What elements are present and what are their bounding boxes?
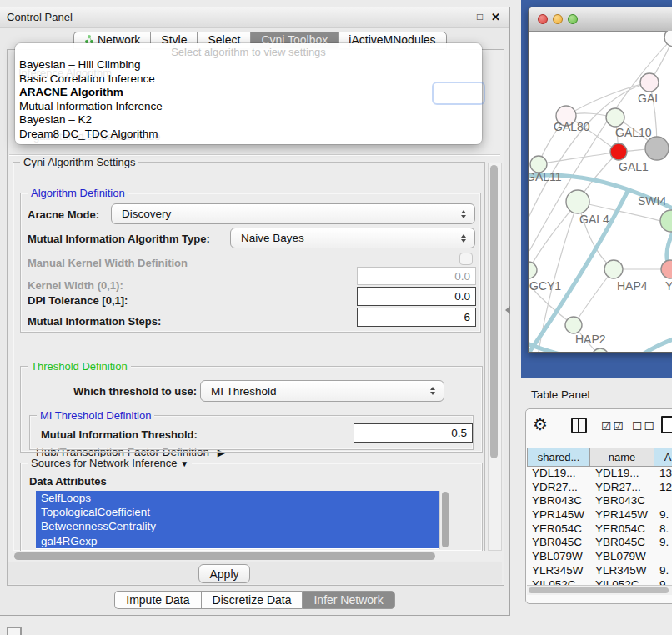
column-header[interactable]: A xyxy=(654,448,672,467)
bottom-tab-impute-data[interactable]: Impute Data xyxy=(114,591,200,609)
network-edge[interactable] xyxy=(529,202,578,270)
table-cell: YBR043C xyxy=(590,494,654,508)
table-cell: YLR345W xyxy=(527,564,590,578)
table-row[interactable]: YLR345WYLR345W9. xyxy=(527,564,672,578)
mi-threshold-field[interactable]: 0.5 xyxy=(354,423,473,442)
split-columns-icon[interactable] xyxy=(571,418,587,433)
table-cell: YER054C xyxy=(590,522,654,537)
network-node[interactable] xyxy=(664,31,672,47)
bottom-tab-bar: Impute DataDiscretize DataInfer Network xyxy=(0,591,509,609)
attribute-item[interactable]: BetweennessCentrality xyxy=(36,519,451,533)
table-cell: YDR27... xyxy=(590,481,654,495)
table-cell: YBL079W xyxy=(590,550,654,564)
network-node[interactable] xyxy=(645,137,669,160)
table-horizontal-scrollbar[interactable] xyxy=(527,585,672,595)
table-row[interactable]: YBL079WYBL079W xyxy=(527,550,672,564)
algorithm-option[interactable]: Basic Correlation Inference xyxy=(15,72,482,87)
table-row[interactable]: YBR043CYBR043C xyxy=(527,494,672,508)
node-label: SWI4 xyxy=(638,194,666,208)
cyni-algorithm-settings-group: Cyni Algorithm Settings Algorithm Defini… xyxy=(13,162,485,552)
scrollbar-thumb[interactable] xyxy=(490,165,498,458)
attribute-item[interactable]: gal4RGexp xyxy=(36,534,451,548)
attribute-item[interactable]: TopologicalCoefficient xyxy=(36,505,451,519)
settings-horizontal-scrollbar[interactable] xyxy=(13,551,500,561)
minimize-window-icon[interactable] xyxy=(553,14,563,24)
attribute-item[interactable]: SelfLoops xyxy=(36,491,451,505)
manual-kernel-checkbox[interactable] xyxy=(459,252,473,265)
table-row[interactable]: YDR27...YDR27...12 xyxy=(527,481,672,495)
data-attributes-label: Data Attributes xyxy=(29,475,107,488)
table-cell: YDL19... xyxy=(590,467,654,481)
table-cell: YBR045C xyxy=(590,536,654,550)
mi-steps-field[interactable]: 6 xyxy=(357,308,476,327)
table-row[interactable]: YPR145WYPR145W9. xyxy=(527,508,672,522)
network-edge[interactable] xyxy=(566,82,649,116)
aracne-mode-value: Discovery xyxy=(122,208,171,220)
network-edge[interactable] xyxy=(643,338,672,352)
apply-button[interactable]: Apply xyxy=(198,564,250,583)
algorithm-option[interactable]: ARACNE Algorithm xyxy=(15,86,482,100)
data-attributes-list[interactable]: SelfLoopsTopologicalCoefficientBetweenne… xyxy=(36,491,451,549)
network-node[interactable] xyxy=(592,348,609,352)
panel-collapse-arrow-icon[interactable] xyxy=(505,306,510,314)
table-cell: YDL19... xyxy=(527,467,590,481)
gear-icon[interactable]: ⚙ xyxy=(533,414,548,434)
network-node-hap2[interactable] xyxy=(565,317,582,333)
mi-threshold-label: Mutual Information Threshold: xyxy=(41,428,198,441)
network-view-window[interactable]: GALGAL80GAL10GAL1GAL11GAL4SWI4GCY1HAP4YH… xyxy=(528,7,672,352)
spinner-icon xyxy=(461,234,466,242)
collapse-down-icon[interactable]: ▼ xyxy=(180,459,188,468)
node-label: GAL1 xyxy=(619,160,649,173)
network-node-hap4[interactable] xyxy=(604,260,623,278)
kernel-width-field[interactable]: 0.0 xyxy=(357,267,476,285)
node-label: GAL80 xyxy=(554,120,590,133)
minimized-panel-icon[interactable] xyxy=(7,627,22,635)
algorithm-option[interactable]: Bayesian – K2 xyxy=(15,113,482,128)
network-edge[interactable] xyxy=(539,152,619,164)
network-node-gal10[interactable] xyxy=(606,108,624,127)
network-node-y[interactable] xyxy=(661,260,672,278)
checked-boxes-icon[interactable]: ☑☑ xyxy=(601,419,625,432)
table-row[interactable]: YDL19...YDL19...13 xyxy=(527,467,672,481)
node-label: HAP2 xyxy=(575,332,606,346)
control-panel-titlebar[interactable]: Control Panel □ ✕ xyxy=(0,8,509,28)
network-node-gal1[interactable] xyxy=(610,143,627,160)
network-window-titlebar[interactable] xyxy=(529,8,672,32)
new-table-icon[interactable] xyxy=(661,416,672,433)
table-body: YDL19...YDL19...13YDR27...YDR27...12YBR0… xyxy=(527,467,672,585)
network-node-gal[interactable] xyxy=(640,73,659,92)
dpi-tolerance-field[interactable]: 0.0 xyxy=(357,287,476,306)
unchecked-boxes-icon[interactable]: ☐☐ xyxy=(632,419,656,432)
column-header[interactable]: name xyxy=(590,448,654,467)
scrollbar-thumb[interactable] xyxy=(14,552,435,560)
network-node-gal4[interactable] xyxy=(566,190,589,213)
mi-steps-label: Mutual Information Steps: xyxy=(28,315,161,328)
zoom-window-icon[interactable] xyxy=(568,14,578,24)
bottom-tab-discretize-data[interactable]: Discretize Data xyxy=(201,591,303,609)
scrollbar-thumb[interactable] xyxy=(529,588,669,593)
close-window-icon[interactable] xyxy=(538,14,548,24)
column-header[interactable]: shared... xyxy=(527,448,590,467)
table-row[interactable]: YBR045CYBR045C9. xyxy=(527,536,672,550)
algorithm-option[interactable]: Mutual Information Inference xyxy=(15,100,482,114)
sources-expander[interactable]: Sources for Network Inference ▼ xyxy=(28,457,192,469)
algorithm-option[interactable]: Bayesian – Hill Climbing xyxy=(15,58,482,72)
bottom-tab-infer-network[interactable]: Infer Network xyxy=(302,591,394,609)
scrollbar-thumb[interactable] xyxy=(442,492,449,548)
algorithm-list: Bayesian – Hill ClimbingBasic Correlatio… xyxy=(15,58,482,141)
table-cell: 13 xyxy=(654,467,672,481)
network-node-swi4[interactable] xyxy=(660,210,672,232)
which-threshold-select[interactable]: MI Threshold xyxy=(200,380,444,402)
aracne-mode-select[interactable]: Discovery xyxy=(111,203,475,224)
attributes-scrollbar[interactable] xyxy=(439,491,451,549)
close-panel-icon[interactable]: ✕ xyxy=(491,11,500,23)
network-canvas[interactable]: GALGAL80GAL10GAL1GAL11GAL4SWI4GCY1HAP4YH… xyxy=(529,31,672,352)
node-label: GAL4 xyxy=(579,212,609,226)
table-row[interactable]: YIL052CYIL052C9. xyxy=(527,578,672,586)
network-node-gcy1[interactable] xyxy=(529,262,537,278)
algorithm-option[interactable]: Dream8 DC_TDC Algorithm xyxy=(15,128,482,142)
table-row[interactable]: YER054CYER054C8. xyxy=(527,522,672,537)
settings-vertical-scrollbar[interactable] xyxy=(488,162,502,551)
float-panel-icon[interactable]: □ xyxy=(477,11,483,22)
mi-algorithm-type-select[interactable]: Naive Bayes xyxy=(230,228,475,248)
